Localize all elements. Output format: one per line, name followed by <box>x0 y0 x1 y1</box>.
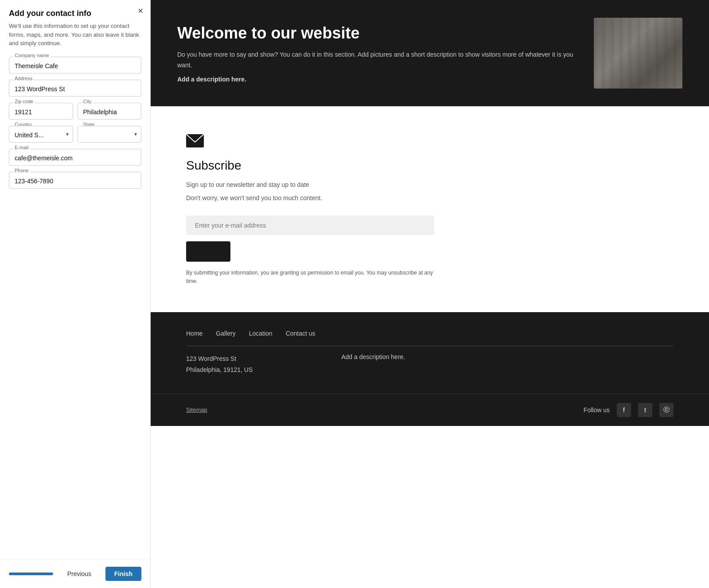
email-icon <box>186 133 674 151</box>
subscribe-email-input[interactable] <box>186 216 434 235</box>
previous-button[interactable]: Previous <box>62 567 97 581</box>
footer-nav-contact[interactable]: Contact us <box>286 330 316 337</box>
website-preview: Welcome to our website Do you have more … <box>151 0 709 588</box>
instagram-icon[interactable]: ⓒ <box>659 403 674 417</box>
country-select[interactable]: United S... Canada UK <box>9 126 73 143</box>
footer-section: Home Gallery Location Contact us 123 Wor… <box>151 312 709 393</box>
hero-description: Add a description here. <box>177 76 576 83</box>
footer-description: Add a description here. <box>341 353 405 375</box>
panel-title: Add your contact info <box>9 9 141 18</box>
company-name-field: Company name <box>9 57 141 74</box>
zip-code-input[interactable] <box>9 103 73 120</box>
hero-image-inner <box>594 18 682 89</box>
subscribe-tagline: Sign up to our newsletter and stay up to… <box>186 180 674 190</box>
subscribe-section: Subscribe Sign up to our newsletter and … <box>151 106 709 312</box>
footer-nav-location[interactable]: Location <box>249 330 273 337</box>
country-select-wrapper: United S... Canada UK <box>9 126 73 143</box>
footer-nav-gallery[interactable]: Gallery <box>216 330 235 337</box>
zip-code-field: Zip code <box>9 103 73 120</box>
footer-address-line1: 123 WordPress St <box>186 353 253 364</box>
progress-bar-container <box>9 573 53 575</box>
zip-city-row: Zip code City <box>9 103 141 120</box>
close-button[interactable]: × <box>138 6 143 15</box>
footer-nav-home[interactable]: Home <box>186 330 203 337</box>
subscribe-title: Subscribe <box>186 159 674 173</box>
facebook-icon[interactable]: f <box>617 403 631 417</box>
panel-subtitle: We'll use this information to set up you… <box>9 22 141 48</box>
hero-text: Welcome to our website Do you have more … <box>177 23 576 83</box>
footer-info: 123 WordPress St Philadelphia, 19121, US… <box>186 353 674 375</box>
hero-body: Do you have more to say and show? You ca… <box>177 50 576 71</box>
follow-us-label: Follow us <box>584 406 610 414</box>
subscribe-disclaimer: By submitting your information, you are … <box>186 269 434 286</box>
address-input[interactable] <box>9 80 141 97</box>
panel-footer: Previous Finish <box>0 559 150 588</box>
progress-bar-fill <box>9 573 53 575</box>
country-state-row: Country United S... Canada UK State Penn… <box>9 126 141 143</box>
phone-field: Phone <box>9 172 141 189</box>
city-input[interactable] <box>78 103 142 120</box>
state-select[interactable]: Pennsylvania New York California <box>78 126 142 143</box>
address-field: Address <box>9 80 141 97</box>
footer-sitemap-link[interactable]: Sitemap <box>186 406 207 413</box>
state-field: State Pennsylvania New York California <box>78 126 142 143</box>
panel-content: Add your contact info We'll use this inf… <box>0 0 150 559</box>
footer-address: 123 WordPress St Philadelphia, 19121, US <box>186 353 253 375</box>
hero-title: Welcome to our website <box>177 23 576 43</box>
email-input[interactable] <box>9 149 141 166</box>
footer-divider <box>186 346 674 346</box>
twitter-icon[interactable]: t <box>638 403 652 417</box>
phone-input[interactable] <box>9 172 141 189</box>
footer-address-line2: Philadelphia, 19121, US <box>186 364 253 375</box>
subscribe-note: Don't worry, we won't send you too much … <box>186 193 674 203</box>
hero-section: Welcome to our website Do you have more … <box>151 0 709 106</box>
company-name-input[interactable] <box>9 57 141 74</box>
finish-button[interactable]: Finish <box>105 567 141 581</box>
country-field: Country United S... Canada UK <box>9 126 73 143</box>
footer-follow: Follow us f t ⓒ <box>584 403 674 417</box>
subscribe-button[interactable] <box>186 241 230 262</box>
city-field: City <box>78 103 142 120</box>
contact-info-panel: × Add your contact info We'll use this i… <box>0 0 151 588</box>
footer-bottom: Sitemap Follow us f t ⓒ <box>151 394 709 426</box>
hero-image <box>594 18 682 89</box>
email-field: E-mail <box>9 149 141 166</box>
footer-nav: Home Gallery Location Contact us <box>186 330 674 337</box>
state-select-wrapper: Pennsylvania New York California <box>78 126 142 143</box>
